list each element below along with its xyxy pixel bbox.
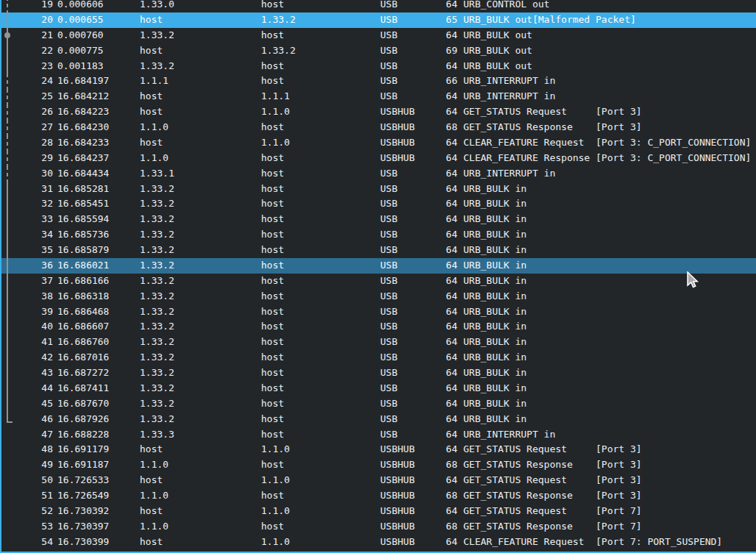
packet-length: 64 [419,412,457,427]
packet-protocol: USBHUB [380,457,415,473]
packet-number: 52 [0,504,53,519]
packet-protocol: USB [380,289,397,304]
packet-source: host [140,13,163,28]
packet-source: host [140,104,163,120]
packet-row[interactable]: 22 0.000775 host 1.33.2 USB 69 URB_BULK … [0,43,756,59]
packet-row[interactable]: 35 16.685879 1.33.2 host USB 64 URB_BULK… [0,243,756,258]
packet-destination: host [261,74,284,89]
packet-number: 27 [0,120,53,135]
packet-protocol: USB [380,0,397,13]
packet-time: 16.726533 [57,473,109,488]
packet-info: GET_STATUS Response [Port 3] [463,488,642,504]
packet-info: URB_BULK in [463,381,527,396]
packet-row[interactable]: 42 16.687016 1.33.2 host USB 64 URB_BULK… [0,350,756,365]
packet-row[interactable]: 45 16.687670 1.33.2 host USB 64 URB_BULK… [0,396,756,412]
packet-destination: host [261,488,284,504]
packet-length: 64 [419,289,457,304]
packet-protocol: USBHUB [380,504,415,519]
packet-destination: host [261,28,284,43]
packet-number: 41 [0,335,53,350]
packet-length: 64 [419,473,457,488]
packet-row[interactable]: 41 16.686760 1.33.2 host USB 64 URB_BULK… [0,335,756,350]
packet-destination: 1.1.0 [261,104,290,120]
packet-row[interactable]: 52 16.730392 host 1.1.0 USBHUB 64 GET_ST… [0,504,756,519]
packet-protocol: USB [380,89,397,104]
packet-destination: host [261,365,284,381]
packet-row[interactable]: 44 16.687411 1.33.2 host USB 64 URB_BULK… [0,381,756,396]
packet-length: 64 [419,28,457,43]
packet-source: 1.33.3 [140,427,174,443]
packet-protocol: USB [380,182,397,197]
packet-source: 1.33.2 [140,258,174,274]
packet-number: 44 [0,381,53,396]
packet-row[interactable]: 51 16.726549 1.1.0 host USBHUB 68 GET_ST… [0,488,756,504]
packet-row[interactable]: 32 16.685451 1.33.2 host USB 64 URB_BULK… [0,196,756,212]
packet-row[interactable]: 23 0.001183 1.33.2 host USB 64 URB_BULK … [0,59,756,74]
packet-time: 16.730397 [57,519,109,535]
packet-time: 16.730392 [57,504,109,519]
packet-row[interactable]: 21 0.000760 1.33.2 host USB 64 URB_BULK … [0,28,756,43]
packet-time: 16.684237 [57,151,109,166]
packet-row[interactable]: 43 16.687272 1.33.2 host USB 64 URB_BULK… [0,365,756,381]
packet-row[interactable]: 24 16.684197 1.1.1 host USB 66 URB_INTER… [0,74,756,89]
packet-destination: 1.33.2 [261,43,296,59]
packet-row[interactable]: 20 0.000655 host 1.33.2 USB 65 URB_BULK … [0,13,756,28]
packet-length: 64 [419,335,457,350]
packet-length: 64 [419,196,457,212]
packet-row[interactable]: 39 16.686468 1.33.2 host USB 64 URB_BULK… [0,304,756,320]
packet-row[interactable]: 47 16.688228 1.33.3 host USB 64 URB_INTE… [0,427,756,443]
packet-row[interactable]: 26 16.684223 host 1.1.0 USBHUB 64 GET_ST… [0,104,756,120]
packet-row[interactable]: 48 16.691179 host 1.1.0 USBHUB 64 GET_ST… [0,442,756,457]
packet-info: URB_BULK in [463,350,527,365]
packet-destination: host [261,350,284,365]
packet-number: 30 [0,166,53,182]
packet-destination: host [261,212,284,227]
packet-row[interactable]: 36 16.686021 1.33.2 host USB 64 URB_BULK… [0,258,756,274]
packet-row[interactable]: 37 16.686166 1.33.2 host USB 64 URB_BULK… [0,274,756,289]
packet-time: 16.684233 [57,135,109,151]
packet-number: 54 [0,535,53,550]
packet-protocol: USBHUB [380,473,415,488]
packet-row[interactable]: 34 16.685736 1.33.2 host USB 64 URB_BULK… [0,227,756,243]
packet-row[interactable]: 28 16.684233 host 1.1.0 USBHUB 64 CLEAR_… [0,135,756,151]
packet-destination: host [261,304,284,320]
packet-row[interactable]: 49 16.691187 1.1.0 host USBHUB 68 GET_ST… [0,457,756,473]
packet-row[interactable]: 38 16.686318 1.33.2 host USB 64 URB_BULK… [0,289,756,304]
packet-source: 1.33.2 [140,319,174,335]
packet-time: 16.687272 [57,365,109,381]
packet-number: 39 [0,304,53,320]
packet-row[interactable]: 29 16.684237 1.1.0 host USBHUB 64 CLEAR_… [0,151,756,166]
packet-row[interactable]: 25 16.684212 host 1.1.1 USB 64 URB_INTER… [0,89,756,104]
packet-row[interactable]: 19 0.000606 1.33.0 host USB 64 URB_CONTR… [0,0,756,13]
packet-row[interactable]: 53 16.730397 1.1.0 host USBHUB 68 GET_ST… [0,519,756,535]
packet-source: host [140,473,163,488]
packet-protocol: USBHUB [380,120,415,135]
packet-protocol: USB [380,227,397,243]
packet-time: 16.688228 [57,427,109,443]
packet-length: 64 [419,0,457,13]
packet-number: 36 [0,258,53,274]
packet-row[interactable]: 46 16.687926 1.33.2 host USB 64 URB_BULK… [0,412,756,427]
packet-source: 1.33.2 [140,350,174,365]
packet-row[interactable]: 31 16.685281 1.33.2 host USB 64 URB_BULK… [0,182,756,197]
packet-row[interactable]: 40 16.686607 1.33.2 host USB 64 URB_BULK… [0,319,756,335]
packet-protocol: USB [380,212,397,227]
packet-source: 1.1.1 [140,74,168,89]
packet-info: URB_BULK in [463,274,527,289]
packet-destination: 1.1.0 [261,135,290,151]
packet-source: 1.1.0 [140,488,168,504]
packet-number: 47 [0,427,53,443]
packet-info: URB_BULK out [463,59,532,74]
packet-info: GET_STATUS Response [Port 3] [463,120,642,135]
packet-row[interactable]: 27 16.684230 1.1.0 host USBHUB 68 GET_ST… [0,120,756,135]
packet-row[interactable]: 50 16.726533 host 1.1.0 USBHUB 64 GET_ST… [0,473,756,488]
packet-row[interactable]: 33 16.685594 1.33.2 host USB 64 URB_BULK… [0,212,756,227]
packet-row[interactable]: 54 16.730399 host 1.1.0 USBHUB 64 CLEAR_… [0,535,756,550]
packet-length: 64 [419,135,457,151]
packet-row[interactable]: 30 16.684434 1.33.1 host USB 64 URB_INTE… [0,166,756,182]
packet-info: CLEAR_FEATURE Request [Port 3: C_PORT_CO… [463,135,751,151]
packet-source: 1.33.2 [140,196,174,212]
packet-source: 1.33.2 [140,59,174,74]
packet-number: 48 [0,442,53,457]
packet-info: URB_BULK in [463,396,527,412]
